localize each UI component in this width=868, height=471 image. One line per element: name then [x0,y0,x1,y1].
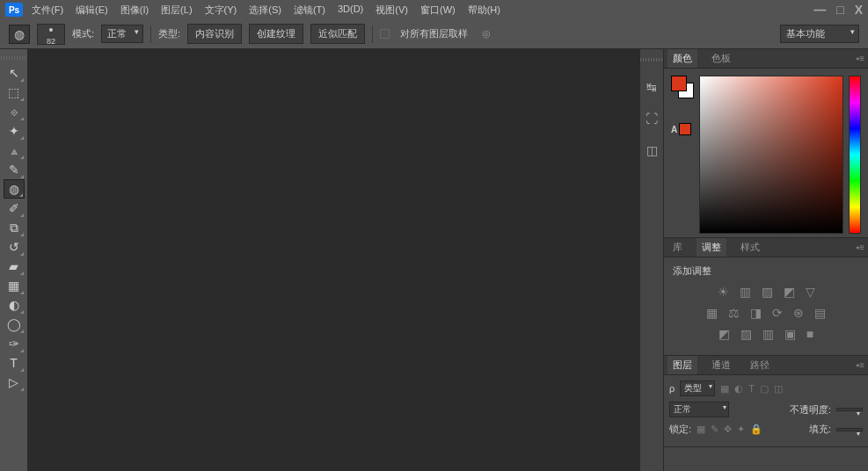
menu-layer[interactable]: 图层(L) [161,4,192,17]
menu-view[interactable]: 视图(V) [376,4,408,17]
eyedropper-tool[interactable]: ✎ [4,160,25,179]
menu-file[interactable]: 文件(F) [32,4,63,17]
tab-layers[interactable]: 图层 [667,356,697,374]
blend-mode-select[interactable]: 正常 [101,25,143,43]
panel-grip[interactable] [640,58,667,62]
menu-select[interactable]: 选择(S) [249,4,281,17]
create-texture-button[interactable]: 创建纹理 [249,24,303,44]
menu-help[interactable]: 帮助(H) [468,4,500,17]
menu-edit[interactable]: 编辑(E) [76,4,108,17]
workspace-select[interactable]: 基本功能 [780,25,859,43]
adjustment-icon[interactable]: ⟳ [772,306,783,320]
tab-adjustments[interactable]: 调整 [697,238,726,257]
hue-slider[interactable] [849,76,861,234]
adjustment-icon[interactable]: ▣ [784,327,796,341]
adjustment-icon[interactable]: ■ [806,327,813,341]
layer-filter-icon[interactable]: ◫ [774,383,783,395]
minimize-button[interactable]: — [813,3,826,17]
adjustment-icon[interactable]: ▥ [762,327,774,341]
adjustment-icon[interactable]: ◩ [784,285,795,299]
close-button[interactable]: X [855,3,863,17]
adjustment-icon[interactable]: ▥ [740,285,751,299]
panel-menu-icon[interactable]: ▪≡ [857,360,864,370]
panel-menu-icon[interactable]: ▪≡ [857,54,864,63]
tab-paths[interactable]: 路径 [745,356,775,374]
menu-filter[interactable]: 滤镜(T) [294,4,325,17]
adjustment-icon[interactable]: ◩ [718,327,730,341]
adjustment-icon[interactable]: ⊛ [793,306,804,320]
adjustments-panel: 库 调整 样式 ▪≡ 添加调整 ☀▥▨◩▽ ▦⚖◨⟳⊛▤ ◩▨▥▣■ [664,238,868,356]
menu-type[interactable]: 文字(Y) [205,4,237,17]
clone-stamp-tool[interactable]: ⧉ [4,218,25,237]
menu-window[interactable]: 窗口(W) [420,4,456,17]
crop-tool[interactable]: ⟁ [4,141,25,160]
adjustment-icon[interactable]: ▽ [806,285,815,299]
adjustment-icon[interactable]: ☀ [718,285,729,299]
adjustment-icon[interactable]: ▨ [740,327,752,341]
properties-panel-icon[interactable]: ⛶ [644,111,660,127]
color-panel: 颜色 色板 ▪≡ A [664,49,868,238]
lock-icon[interactable]: 🔒 [750,424,762,435]
history-brush-tool[interactable]: ↺ [4,237,25,257]
sample-all-checkbox[interactable] [380,29,390,39]
tab-channels[interactable]: 通道 [706,356,736,374]
tab-styles[interactable]: 样式 [735,238,765,257]
maximize-button[interactable]: □ [836,3,843,17]
pressure-icon[interactable]: ◎ [482,28,491,40]
lock-icon[interactable]: ✦ [737,424,745,435]
marquee-tool[interactable]: ⬚ [4,83,25,102]
adjustment-icon[interactable]: ◨ [750,306,762,320]
panel-menu-icon[interactable]: ▪≡ [857,243,864,252]
content-aware-button[interactable]: 内容识别 [187,24,242,44]
text-color-label: A [671,125,677,134]
dodge-tool[interactable]: ◯ [4,315,25,334]
adjustment-icon[interactable]: ▤ [814,306,826,320]
mode-label: 模式: [72,27,94,40]
spot-healing-tool[interactable]: ◍ [4,179,25,199]
history-panel-icon[interactable]: ↹ [644,79,660,95]
tab-libraries[interactable]: 库 [667,238,688,257]
type-tool[interactable]: T [4,353,25,373]
lock-icon[interactable]: ▦ [697,424,705,435]
panel-grip[interactable] [1,56,27,60]
text-color-box [679,123,691,135]
tools-panel: ↖⬚⟐✦⟁✎◍✐⧉↺▰▦◐◯✑T▷ [0,49,28,471]
eraser-tool[interactable]: ▰ [4,257,25,276]
layer-filter-icon[interactable]: T [748,383,755,395]
layers-panel: 图层 通道 路径 ▪≡ ρ 类型 ▦◐T▢◫ 正常 不透明度: 锁定: [664,356,868,447]
menu-image[interactable]: 图像(I) [120,4,149,17]
adjustment-icon[interactable]: ▦ [706,306,718,320]
tab-swatches[interactable]: 色板 [706,49,736,68]
character-panel-icon[interactable]: ◫ [644,142,660,158]
fill-input[interactable] [836,428,863,431]
brush-preset-picker[interactable]: • 82 [37,24,65,45]
lasso-tool[interactable]: ⟐ [4,102,25,121]
magic-wand-tool[interactable]: ✦ [4,121,25,141]
adjustment-icon[interactable]: ▨ [762,285,773,299]
fg-bg-swatch[interactable] [671,76,694,98]
text-color-swatch[interactable]: A [671,123,694,135]
brush-tool[interactable]: ✐ [4,199,25,218]
lock-icon[interactable]: ✥ [724,424,732,435]
gradient-tool[interactable]: ▦ [4,276,25,295]
brush-size-value: 82 [47,37,55,46]
move-tool[interactable]: ↖ [4,63,25,83]
opacity-input[interactable] [836,408,863,411]
current-tool-icon[interactable]: ◍ [9,25,30,44]
lock-icon[interactable]: ✎ [711,424,718,435]
path-select-tool[interactable]: ▷ [4,373,25,392]
layer-filter-select[interactable]: 类型 [680,380,715,396]
foreground-color[interactable] [671,76,687,91]
pen-tool[interactable]: ✑ [4,334,25,353]
layer-filter-icon[interactable]: ▢ [760,383,769,395]
blur-tool[interactable]: ◐ [4,295,25,315]
menu-3d[interactable]: 3D(D) [338,4,363,17]
layer-filter-icon[interactable]: ▦ [720,383,729,395]
tab-color[interactable]: 颜色 [667,49,697,68]
layer-blend-select[interactable]: 正常 [669,402,729,417]
color-field[interactable] [699,76,843,234]
canvas-area[interactable] [28,49,639,471]
adjustment-icon[interactable]: ⚖ [728,306,740,320]
layer-filter-icon[interactable]: ◐ [734,383,743,395]
proximity-match-button[interactable]: 近似匹配 [310,24,365,44]
